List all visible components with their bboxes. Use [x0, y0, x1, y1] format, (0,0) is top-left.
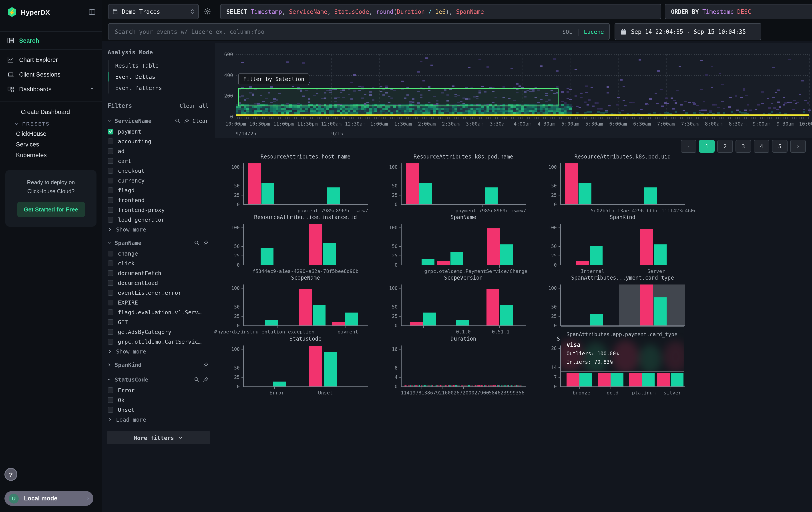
checkbox[interactable] [108, 197, 113, 203]
language-lucene-toggle[interactable]: Lucene [584, 28, 604, 35]
filter-checkbox-flagd-evaluation-v1-serv-[interactable]: flagd.evaluation.v1.Serv… [102, 307, 215, 317]
pagination-page-3[interactable]: 3 [735, 140, 751, 153]
pagination-page-5[interactable]: 5 [772, 140, 787, 153]
section-chevron-icon[interactable] [107, 377, 112, 382]
filter-checkbox-unset[interactable]: Unset [102, 405, 215, 414]
filter-checkbox-getadsbycategory[interactable]: getAdsByCategory [102, 327, 215, 336]
sql-select-input[interactable]: SELECT Timestamp, ServiceName, StatusCod… [220, 4, 661, 19]
order-by-input[interactable]: ORDER BY Timestamp DESC [665, 4, 812, 19]
chart-plot-status-code[interactable] [243, 346, 368, 387]
checkbox[interactable] [108, 129, 113, 134]
section-pin-icon[interactable] [184, 118, 190, 124]
get-started-button[interactable]: Get Started for Free [17, 202, 85, 217]
analysis-mode-event-patterns[interactable]: Event Patterns [109, 82, 215, 93]
filter-checkbox-frontend-proxy[interactable]: frontend-proxy [102, 205, 215, 215]
local-mode-button[interactable]: U Local mode › [4, 491, 93, 506]
create-dashboard-button[interactable]: + Create Dashboard [0, 106, 102, 117]
filter-checkbox-click[interactable]: click [102, 258, 215, 268]
filter-checkbox-documentfetch[interactable]: documentFetch [102, 268, 215, 278]
filter-checkbox-ok[interactable]: Ok [102, 395, 215, 405]
pagination-page-2[interactable]: 2 [717, 140, 733, 153]
pagination-page-4[interactable]: 4 [754, 140, 769, 153]
section-search-icon[interactable] [194, 240, 200, 246]
filter-checkbox-accounting[interactable]: accounting [102, 136, 215, 146]
filter-checkbox-frontend[interactable]: frontend [102, 195, 215, 205]
filter-checkbox-expire[interactable]: EXPIRE [102, 297, 215, 307]
section-chevron-icon[interactable] [107, 118, 112, 123]
filter-checkbox-flagd[interactable]: flagd [102, 185, 215, 195]
pagination-next-button[interactable]: › [790, 140, 806, 153]
presets-toggle[interactable]: PRESETS [0, 117, 102, 128]
filter-checkbox-currency[interactable]: currency [102, 176, 215, 185]
language-sql-toggle[interactable]: SQL [562, 28, 572, 35]
clear-all-button[interactable]: Clear all [180, 103, 208, 109]
selection-rectangle[interactable] [238, 87, 558, 106]
filter-checkbox-documentload[interactable]: documentLoad [102, 278, 215, 288]
checkbox[interactable] [108, 178, 113, 183]
checkbox[interactable] [108, 187, 113, 193]
checkbox[interactable] [108, 138, 113, 144]
show-more-button[interactable]: Load more [102, 414, 215, 424]
section-chevron-icon[interactable] [107, 362, 112, 367]
checkbox[interactable] [108, 250, 113, 256]
heatmap-plot[interactable] [236, 54, 809, 117]
checkbox[interactable] [108, 207, 113, 213]
checkbox[interactable] [108, 339, 113, 344]
checkbox[interactable] [108, 329, 113, 334]
checkbox[interactable] [108, 407, 113, 412]
filter-checkbox-error[interactable]: Error [102, 385, 215, 395]
sidebar-item-services[interactable]: Services [0, 139, 102, 150]
checkbox[interactable] [108, 270, 113, 276]
collapse-sidebar-icon[interactable] [88, 8, 96, 16]
section-search-icon[interactable] [175, 118, 180, 124]
checkbox[interactable] [108, 260, 113, 266]
filter-checkbox-change[interactable]: change [102, 248, 215, 258]
filter-checkbox-get[interactable]: GET [102, 317, 215, 327]
checkbox[interactable] [108, 158, 113, 164]
sidebar-item-client-sessions[interactable]: Client Sessions [0, 67, 102, 82]
heat-cell [404, 112, 406, 114]
filter-checkbox-payment[interactable]: payment [102, 127, 215, 136]
checkbox[interactable] [108, 387, 113, 393]
sidebar-item-dashboards[interactable]: Dashboards [0, 82, 102, 97]
analysis-mode-results-table[interactable]: Results Table [109, 60, 215, 71]
analysis-mode-event-deltas[interactable]: Event Deltas [109, 71, 215, 82]
filter-checkbox-load-generator[interactable]: load-generator [102, 215, 215, 224]
show-more-button[interactable]: Show more [102, 346, 215, 356]
search-input[interactable] [114, 28, 562, 35]
filter-checkbox-cart[interactable]: cart [102, 156, 215, 166]
chart-plot-duration[interactable] [401, 346, 526, 387]
section-pin-icon[interactable] [203, 240, 208, 246]
checkbox[interactable] [108, 168, 113, 173]
pagination-page-1[interactable]: 1 [699, 140, 715, 153]
date-range-picker[interactable]: Sep 14 22:04:35 - Sep 15 10:04:35 [614, 23, 761, 40]
filter-checkbox-checkout[interactable]: checkout [102, 166, 215, 176]
checkbox[interactable] [108, 319, 113, 325]
section-pin-icon[interactable] [203, 362, 208, 368]
checkbox[interactable] [108, 290, 113, 295]
checkbox[interactable] [108, 299, 113, 305]
checkbox[interactable] [108, 309, 113, 315]
sidebar-item-clickhouse[interactable]: ClickHouse [0, 128, 102, 139]
sidebar-item-kubernetes[interactable]: Kubernetes [0, 150, 102, 160]
checkbox[interactable] [108, 397, 113, 403]
checkbox[interactable] [108, 280, 113, 286]
filter-checkbox-grpc-oteldemo-cartservic-[interactable]: grpc.oteldemo.CartServic… [102, 336, 215, 346]
pagination-prev-button[interactable]: ‹ [681, 140, 696, 153]
help-button[interactable]: ? [4, 468, 17, 481]
section-pin-icon[interactable] [203, 377, 208, 382]
filter-by-selection-button[interactable]: Filter by Selection [238, 74, 309, 85]
section-clear-button[interactable]: Clear [193, 118, 208, 124]
show-more-button[interactable]: Show more [102, 224, 215, 234]
sidebar-item-search[interactable]: Search [0, 31, 102, 50]
checkbox[interactable] [108, 148, 113, 154]
filter-checkbox-eventlistener-error[interactable]: eventListener.error [102, 288, 215, 297]
filter-checkbox-ad[interactable]: ad [102, 146, 215, 156]
section-chevron-icon[interactable] [107, 240, 112, 245]
sidebar-item-chart-explorer[interactable]: Chart Explorer [0, 53, 102, 67]
gear-icon[interactable] [204, 7, 211, 17]
more-filters-button[interactable]: More filters [107, 431, 210, 444]
section-search-icon[interactable] [194, 377, 200, 382]
checkbox[interactable] [108, 217, 113, 222]
source-select[interactable]: Demo Traces [108, 4, 199, 19]
